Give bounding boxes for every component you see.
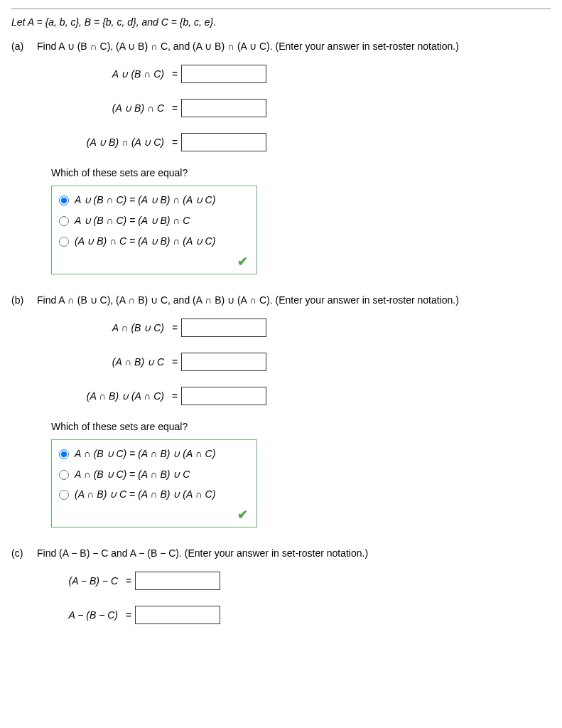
eq-b1-label: A ∩ (B ∪ C) bbox=[51, 322, 168, 333]
part-b-label: (b) bbox=[11, 294, 30, 306]
radio-a1[interactable] bbox=[59, 196, 69, 205]
radio-a2-label: A ∪ (B ∩ C) = (A ∪ B) ∩ C bbox=[75, 214, 190, 228]
equals-sign: = bbox=[122, 609, 135, 621]
part-a-label: (a) bbox=[11, 41, 30, 52]
answer-input-b3[interactable] bbox=[181, 387, 266, 405]
eq-a2-label: (A ∪ B) ∩ C bbox=[51, 102, 168, 114]
radio-b1[interactable] bbox=[59, 449, 69, 459]
part-a-prompt: Find A ∪ (B ∩ C), (A ∪ B) ∩ C, and (A ∪ … bbox=[37, 41, 551, 52]
radio-a2[interactable] bbox=[59, 216, 69, 226]
checkmark-icon: ✔ bbox=[237, 508, 248, 522]
part-b: (b) Find A ∩ (B ∪ C), (A ∩ B) ∪ C, and (… bbox=[11, 294, 551, 528]
radio-b1-label: A ∩ (B ∪ C) = (A ∩ B) ∪ (A ∩ C) bbox=[75, 447, 215, 461]
answer-input-c2[interactable] bbox=[135, 606, 220, 624]
radio-group-b: A ∩ (B ∪ C) = (A ∩ B) ∪ (A ∩ C) A ∩ (B ∪… bbox=[51, 439, 257, 528]
part-c: (c) Find (A − B) − C and A − (B − C). (E… bbox=[11, 547, 551, 640]
checkmark-icon: ✔ bbox=[237, 255, 248, 269]
problem-intro: Let A = {a, b, c}, B = {b, c, d}, and C … bbox=[11, 16, 551, 33]
part-b-subquestion: Which of these sets are equal? bbox=[51, 421, 551, 432]
eq-a1-label: A ∪ (B ∩ C) bbox=[51, 68, 168, 80]
part-c-label: (c) bbox=[11, 547, 30, 559]
divider-top bbox=[11, 9, 551, 9]
radio-b3-label: (A ∩ B) ∪ C = (A ∩ B) ∪ (A ∩ C) bbox=[75, 488, 215, 501]
eq-b2-label: (A ∩ B) ∪ C bbox=[51, 356, 168, 368]
equals-sign: = bbox=[168, 136, 181, 148]
answer-input-a1[interactable] bbox=[181, 65, 266, 83]
eq-c2-label: A − (B − C) bbox=[37, 609, 122, 621]
radio-b2-label: A ∩ (B ∪ C) = (A ∩ B) ∪ C bbox=[75, 468, 190, 481]
equals-sign: = bbox=[168, 390, 181, 402]
radio-a1-label: A ∪ (B ∩ C) = (A ∪ B) ∩ (A ∪ C) bbox=[75, 193, 215, 207]
answer-input-c1[interactable] bbox=[135, 572, 220, 590]
radio-b2[interactable] bbox=[59, 470, 69, 480]
answer-input-a3[interactable] bbox=[181, 133, 266, 151]
eq-a3-label: (A ∪ B) ∩ (A ∪ C) bbox=[51, 136, 168, 148]
radio-group-a: A ∪ (B ∩ C) = (A ∪ B) ∩ (A ∪ C) A ∪ (B ∩… bbox=[51, 186, 257, 274]
equals-sign: = bbox=[168, 68, 181, 80]
equals-sign: = bbox=[122, 575, 135, 587]
answer-input-b2[interactable] bbox=[181, 353, 266, 371]
answer-input-a2[interactable] bbox=[181, 99, 266, 117]
part-a-subquestion: Which of these sets are equal? bbox=[51, 167, 551, 178]
answer-input-b1[interactable] bbox=[181, 318, 266, 337]
equals-sign: = bbox=[168, 356, 181, 368]
part-c-prompt: Find (A − B) − C and A − (B − C). (Enter… bbox=[37, 547, 551, 559]
radio-b3[interactable] bbox=[59, 490, 69, 500]
part-a: (a) Find A ∪ (B ∩ C), (A ∪ B) ∩ C, and (… bbox=[11, 41, 551, 274]
equals-sign: = bbox=[168, 102, 181, 114]
eq-c1-label: (A − B) − C bbox=[37, 575, 122, 587]
radio-a3-label: (A ∪ B) ∩ C = (A ∪ B) ∩ (A ∪ C) bbox=[75, 235, 215, 248]
eq-b3-label: (A ∩ B) ∪ (A ∩ C) bbox=[51, 390, 168, 402]
radio-a3[interactable] bbox=[59, 237, 69, 247]
equals-sign: = bbox=[168, 322, 181, 333]
part-b-prompt: Find A ∩ (B ∪ C), (A ∩ B) ∪ C, and (A ∩ … bbox=[37, 294, 551, 306]
